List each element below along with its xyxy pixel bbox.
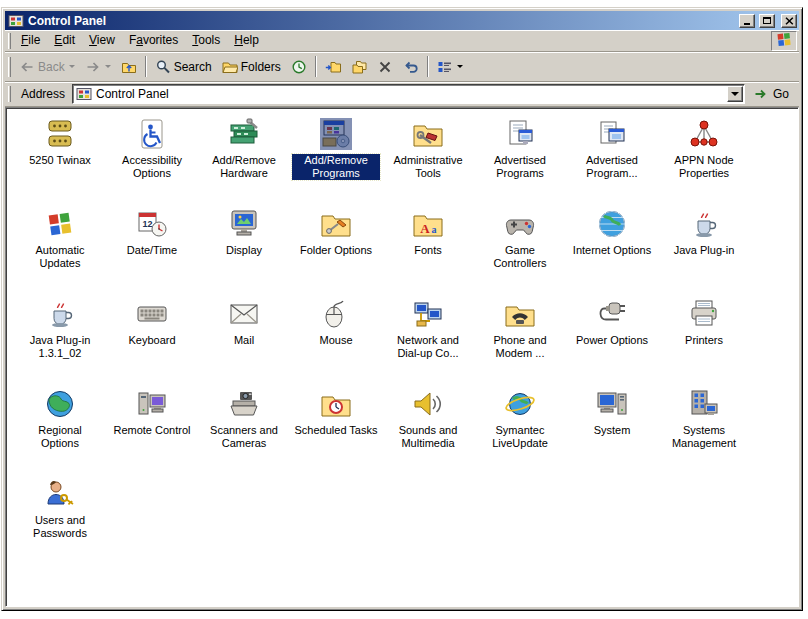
cp-item-label: Systems Management — [660, 424, 748, 450]
cp-item-sounds-and-multimedia[interactable]: Sounds and Multimedia — [382, 388, 474, 478]
minimize-button[interactable] — [739, 14, 755, 28]
delete-button[interactable] — [372, 54, 398, 79]
cp-item-network-and-dial-up-co[interactable]: Network and Dial-up Co... — [382, 298, 474, 388]
cp-item-systems-management[interactable]: Systems Management — [658, 388, 750, 478]
forward-button[interactable] — [80, 54, 116, 79]
cp-item-keyboard[interactable]: Keyboard — [106, 298, 198, 388]
minimize-icon — [744, 23, 750, 25]
addressbar-grip[interactable] — [8, 86, 11, 102]
cp-item-label: APPN Node Properties — [660, 154, 748, 180]
titlebar[interactable]: Control Panel — [5, 11, 799, 30]
go-label: Go — [773, 87, 789, 101]
cp-item-label: Keyboard — [126, 334, 177, 347]
search-button[interactable]: Search — [150, 54, 217, 79]
go-button[interactable]: Go — [750, 84, 793, 104]
cp-item-display[interactable]: Display — [198, 208, 290, 298]
control-panel-window: Control Panel FileEditViewFavoritesTools… — [1, 7, 803, 611]
menubar-grip[interactable] — [8, 33, 11, 49]
cp-item-scheduled-tasks[interactable]: Scheduled Tasks — [290, 388, 382, 478]
menu-help[interactable]: Help — [227, 30, 266, 51]
up-icon — [121, 59, 137, 75]
date-time-icon: 12 — [136, 208, 168, 240]
cp-item-system[interactable]: System — [566, 388, 658, 478]
toolbar-grip[interactable] — [8, 57, 11, 77]
maximize-icon — [763, 17, 771, 24]
cp-item-fonts[interactable]: AaFonts — [382, 208, 474, 298]
cp-item-java-plug-in-1-3-1-02[interactable]: Java Plug-in 1.3.1_02 — [14, 298, 106, 388]
cp-item-label: Mail — [232, 334, 256, 347]
cp-item-label: Add/Remove Hardware — [200, 154, 288, 180]
mouse-icon — [320, 298, 352, 330]
cp-item-5250-twinax[interactable]: 5250 Twinax — [14, 118, 106, 208]
java-plugin-icon — [688, 208, 720, 240]
forward-dropdown-caret[interactable] — [105, 65, 111, 68]
cp-item-regional-options[interactable]: Regional Options — [14, 388, 106, 478]
cp-item-add-remove-programs[interactable]: Add/Remove Programs — [290, 118, 382, 208]
menu-view[interactable]: View — [82, 30, 122, 51]
cp-item-advertised-programs[interactable]: Advertised Programs — [474, 118, 566, 208]
history-button[interactable] — [286, 54, 312, 79]
printers-icon — [688, 298, 720, 330]
cp-item-label: Administrative Tools — [384, 154, 472, 180]
folders-label: Folders — [241, 60, 281, 74]
internet-options-icon — [596, 208, 628, 240]
undo-button[interactable] — [398, 54, 424, 79]
cp-item-symantec-liveupdate[interactable]: Symantec LiveUpdate — [474, 388, 566, 478]
windows-flag-icon — [776, 31, 792, 51]
cp-item-power-options[interactable]: Power Options — [566, 298, 658, 388]
back-icon — [19, 59, 35, 75]
up-button[interactable] — [116, 54, 142, 79]
cp-item-automatic-updates[interactable]: Automatic Updates — [14, 208, 106, 298]
cp-item-scanners-and-cameras[interactable]: Scanners and Cameras — [198, 388, 290, 478]
cp-item-appn-node-properties[interactable]: APPN Node Properties — [658, 118, 750, 208]
views-dropdown-caret[interactable] — [457, 65, 463, 68]
cp-item-internet-options[interactable]: Internet Options — [566, 208, 658, 298]
views-icon — [437, 59, 453, 75]
back-button[interactable]: Back — [14, 54, 80, 79]
cp-item-label: Advertised Program... — [568, 154, 656, 180]
address-dropdown-button[interactable] — [727, 86, 743, 102]
cp-item-phone-and-modem[interactable]: Phone and Modem ... — [474, 298, 566, 388]
views-button[interactable] — [432, 54, 468, 79]
cp-item-mouse[interactable]: Mouse — [290, 298, 382, 388]
menu-items: FileEditViewFavoritesToolsHelp — [14, 30, 266, 51]
close-button[interactable] — [781, 14, 797, 28]
cp-item-mail[interactable]: Mail — [198, 298, 290, 388]
cp-item-users-and-passwords[interactable]: Users and Passwords — [14, 478, 106, 568]
move-to-button[interactable] — [320, 54, 346, 79]
folders-button[interactable]: Folders — [217, 54, 286, 79]
menu-bar: FileEditViewFavoritesToolsHelp — [5, 30, 799, 52]
cp-item-accessibility-options[interactable]: Accessibility Options — [106, 118, 198, 208]
control-panel-icon-small — [76, 86, 92, 102]
cp-item-remote-control[interactable]: Remote Control — [106, 388, 198, 478]
cp-item-advertised-program[interactable]: Advertised Program... — [566, 118, 658, 208]
cp-item-java-plug-in[interactable]: Java Plug-in — [658, 208, 750, 298]
chevron-down-icon — [731, 92, 739, 96]
copy-to-button[interactable] — [346, 54, 372, 79]
twinax-icon — [44, 118, 76, 150]
cp-item-administrative-tools[interactable]: Administrative Tools — [382, 118, 474, 208]
cp-item-label: Remote Control — [111, 424, 192, 437]
network-icon — [412, 298, 444, 330]
toolbar-separator — [315, 56, 317, 77]
back-dropdown-caret[interactable] — [69, 65, 75, 68]
cp-item-label: Scheduled Tasks — [293, 424, 380, 437]
address-field[interactable]: Control Panel — [72, 84, 745, 104]
cp-item-date-time[interactable]: 12Date/Time — [106, 208, 198, 298]
menu-edit[interactable]: Edit — [47, 30, 82, 51]
cp-item-label: Java Plug-in — [672, 244, 737, 257]
menu-file[interactable]: File — [14, 30, 47, 51]
cp-item-game-controllers[interactable]: Game Controllers — [474, 208, 566, 298]
add-remove-hardware-icon — [228, 118, 260, 150]
maximize-button[interactable] — [759, 14, 775, 28]
cp-item-printers[interactable]: Printers — [658, 298, 750, 388]
menu-favorites[interactable]: Favorites — [122, 30, 185, 51]
cp-item-label: Mouse — [317, 334, 354, 347]
menu-tools[interactable]: Tools — [185, 30, 227, 51]
cp-item-label: Date/Time — [125, 244, 179, 257]
cp-item-folder-options[interactable]: Folder Options — [290, 208, 382, 298]
remote-control-icon — [136, 388, 168, 420]
appn-node-icon — [688, 118, 720, 150]
cp-item-add-remove-hardware[interactable]: Add/Remove Hardware — [198, 118, 290, 208]
accessibility-icon — [136, 118, 168, 150]
